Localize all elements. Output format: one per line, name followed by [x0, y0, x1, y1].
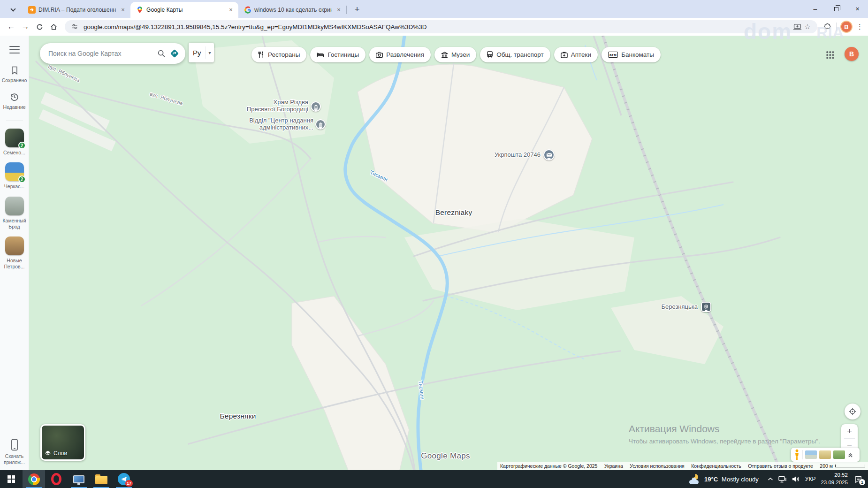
admin-center-pin[interactable] — [315, 119, 326, 130]
poi-label-admin-center[interactable]: Відділ "Центр наданняадміністративних... — [226, 117, 313, 131]
taskbar-opera[interactable] — [45, 470, 68, 488]
train-icon — [703, 304, 709, 310]
menu-button[interactable] — [9, 46, 20, 53]
language-indicator[interactable]: УКР — [805, 476, 816, 482]
bookmark-icon — [10, 66, 19, 75]
taskbar-explorer[interactable] — [90, 470, 113, 488]
home-button[interactable] — [47, 20, 60, 33]
train-station-pin[interactable] — [701, 302, 711, 312]
download-app-button[interactable]: Скачать прилож... — [1, 439, 28, 465]
directions-button[interactable] — [169, 48, 180, 59]
back-button[interactable]: ← — [5, 20, 18, 33]
history-icon — [9, 92, 19, 102]
send-to-device-icon[interactable] — [792, 22, 802, 32]
taskbar-weather[interactable]: 19°CMostly cloudy — [689, 474, 759, 484]
chevron-down-icon — [10, 6, 15, 11]
imagery-thumbnail[interactable] — [805, 450, 817, 459]
sidebar-item-recent[interactable]: Недавние — [1, 92, 28, 110]
volume-icon[interactable] — [792, 476, 800, 482]
url-text: google.com/maps/@49.1322891,31.9589845,1… — [84, 23, 792, 30]
poi-label-post-office[interactable]: Укрпошта 20746 — [465, 151, 541, 158]
my-location-button[interactable] — [845, 404, 860, 419]
recent-place-kamennyi-brod[interactable]: Каменный Брод — [1, 197, 28, 230]
sidebar-divider — [6, 121, 23, 121]
government-building-icon — [318, 122, 323, 127]
folder-icon — [95, 476, 107, 484]
start-button[interactable] — [0, 470, 23, 488]
sidebar-item-label: Недавние — [3, 104, 25, 110]
address-bar[interactable]: google.com/maps/@49.1322891,31.9589845,1… — [65, 20, 817, 33]
camera-icon — [376, 52, 383, 58]
post-office-pin[interactable] — [543, 149, 555, 160]
restore-button[interactable] — [826, 0, 847, 18]
google-apps-grid-icon[interactable] — [826, 51, 834, 59]
scale-bar — [835, 465, 865, 467]
close-icon[interactable]: × — [335, 6, 343, 14]
chip-restaurants[interactable]: Рестораны — [251, 47, 306, 62]
account-avatar[interactable]: B — [845, 47, 859, 61]
map-canvas[interactable]: Храм РіздваПресвятої Богородиці Відділ "… — [29, 36, 868, 470]
chip-pharmacies[interactable]: Аптеки — [554, 47, 598, 62]
network-icon[interactable] — [778, 476, 787, 483]
privacy-link[interactable]: Конфиденциальность — [691, 463, 741, 469]
tab-title: DIM.RIA – Подати оголошенн — [38, 7, 116, 13]
gmaps-pin-favicon — [136, 6, 144, 14]
place-thumbnail — [5, 236, 24, 255]
scale-control: 200 м — [820, 463, 865, 469]
maps-sidebar: Сохранено Недавние 2 Семено... 2 Черкас.… — [0, 36, 29, 470]
chip-transit[interactable]: Общ. транспорт — [480, 47, 550, 62]
chip-hotels[interactable]: Гостиницы — [310, 47, 365, 62]
terms-link[interactable]: Условия использования — [630, 463, 685, 469]
collapse-chevrons-icon[interactable] — [847, 452, 853, 458]
recent-place-novye-petrov[interactable]: Новые Петров... — [1, 236, 28, 270]
profile-avatar[interactable]: B — [840, 21, 853, 33]
imagery-thumbnail[interactable] — [833, 450, 845, 459]
input-tools-button[interactable]: Ру ▾ — [189, 43, 214, 62]
chip-museums[interactable]: Музеи — [434, 47, 476, 62]
system-tray: 19°CMostly cloudy УКР 20:52 23.09.2025 1 — [689, 470, 868, 488]
church-pin[interactable] — [311, 101, 321, 112]
dimria-favicon — [28, 6, 36, 14]
reload-icon — [36, 23, 44, 31]
close-icon[interactable]: × — [119, 6, 127, 14]
clock-date: 23.09.2025 — [821, 479, 848, 487]
new-tab-button[interactable]: + — [350, 3, 364, 16]
sidebar-item-saved[interactable]: Сохранено — [1, 66, 28, 84]
tab-search-button[interactable] — [7, 3, 20, 16]
bookmark-star-icon[interactable]: ☆ — [802, 22, 813, 32]
forward-button[interactable]: → — [19, 20, 32, 33]
tab-title: Google Карты — [146, 7, 224, 13]
search-icon[interactable] — [156, 48, 167, 59]
taskbar-chrome[interactable] — [23, 470, 45, 488]
tray-chevron-icon[interactable] — [768, 477, 773, 481]
close-window-button[interactable]: × — [847, 0, 868, 18]
extensions-icon[interactable] — [822, 22, 832, 32]
tab-google-maps[interactable]: Google Карты × — [130, 2, 238, 18]
imagery-thumbnail[interactable] — [819, 450, 831, 459]
recent-place-semenovka[interactable]: 2 Семено... — [1, 129, 28, 156]
action-center-button[interactable]: 1 — [853, 474, 863, 484]
chip-atms[interactable]: атм Банкоматы — [602, 47, 661, 62]
caret-down-icon[interactable]: ▾ — [206, 46, 214, 59]
layers-button[interactable]: Слои — [40, 424, 85, 461]
reload-button[interactable] — [33, 20, 46, 33]
poi-label-church[interactable]: Храм РіздваПресвятої Богородиці — [226, 99, 308, 113]
taskbar-this-pc[interactable] — [68, 470, 90, 488]
minimize-button[interactable]: – — [805, 0, 826, 18]
chip-entertainment[interactable]: Развлечения — [369, 47, 431, 62]
taskbar-telegram[interactable]: 17 — [113, 470, 135, 488]
feedback-link[interactable]: Отправить отзыв о продукте — [748, 463, 813, 469]
map-search-box[interactable]: Поиск на Google Картах — [40, 43, 185, 64]
taskbar-clock[interactable]: 20:52 23.09.2025 — [821, 472, 848, 486]
site-info-icon[interactable] — [69, 22, 80, 32]
browser-menu-icon[interactable]: ⋮ — [856, 23, 863, 31]
tab-windows-screenshot[interactable]: windows 10 как сделать скрин × — [238, 2, 346, 18]
panel-divider — [802, 450, 803, 459]
station-label[interactable]: Березняцька — [625, 303, 698, 310]
close-icon[interactable]: × — [227, 6, 235, 14]
zoom-in-button[interactable]: + — [841, 424, 858, 438]
recent-place-label: Каменный Брод — [1, 218, 28, 230]
pegman-icon[interactable] — [794, 449, 800, 460]
recent-place-cherkasy[interactable]: 2 Черкас... — [1, 162, 28, 190]
tab-dimria[interactable]: DIM.RIA – Подати оголошенн × — [23, 2, 130, 18]
